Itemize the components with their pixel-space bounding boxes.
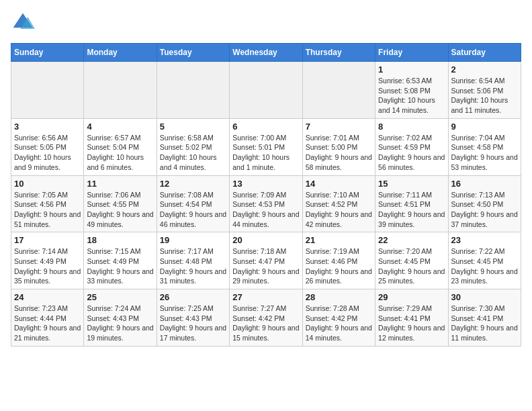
weekday-header-tuesday: Tuesday	[157, 44, 229, 62]
day-number: 6	[232, 122, 299, 132]
calendar-cell: 18Sunrise: 7:15 AM Sunset: 4:49 PM Dayli…	[84, 232, 157, 289]
day-info: Sunrise: 7:24 AM Sunset: 4:43 PM Dayligh…	[87, 304, 153, 343]
day-info: Sunrise: 6:56 AM Sunset: 5:05 PM Dayligh…	[14, 133, 81, 173]
calendar-cell: 1Sunrise: 6:53 AM Sunset: 5:08 PM Daylig…	[375, 62, 448, 119]
calendar-cell: 30Sunrise: 7:30 AM Sunset: 4:41 PM Dayli…	[448, 289, 521, 347]
day-number: 2	[451, 64, 518, 75]
calendar-cell: 2Sunrise: 6:54 AM Sunset: 5:06 PM Daylig…	[448, 62, 521, 119]
calendar-week-4: 17Sunrise: 7:14 AM Sunset: 4:49 PM Dayli…	[11, 232, 521, 289]
calendar-cell: 23Sunrise: 7:22 AM Sunset: 4:45 PM Dayli…	[448, 232, 521, 289]
day-info: Sunrise: 7:25 AM Sunset: 4:43 PM Dayligh…	[160, 304, 226, 343]
calendar-cell	[11, 62, 84, 119]
day-number: 3	[14, 122, 81, 132]
day-info: Sunrise: 6:57 AM Sunset: 5:04 PM Dayligh…	[87, 133, 153, 173]
weekday-header-saturday: Saturday	[448, 44, 521, 62]
weekday-header-monday: Monday	[84, 44, 157, 62]
day-number: 13	[232, 179, 299, 189]
day-info: Sunrise: 7:14 AM Sunset: 4:49 PM Dayligh…	[14, 246, 81, 286]
day-info: Sunrise: 7:23 AM Sunset: 4:44 PM Dayligh…	[14, 304, 81, 343]
calendar-cell: 4Sunrise: 6:57 AM Sunset: 5:04 PM Daylig…	[84, 118, 157, 175]
day-info: Sunrise: 7:01 AM Sunset: 5:00 PM Dayligh…	[306, 133, 372, 173]
day-info: Sunrise: 7:00 AM Sunset: 5:01 PM Dayligh…	[232, 133, 299, 173]
day-number: 14	[306, 179, 372, 189]
calendar-week-5: 24Sunrise: 7:23 AM Sunset: 4:44 PM Dayli…	[11, 289, 521, 347]
day-number: 19	[160, 235, 226, 245]
day-info: Sunrise: 7:04 AM Sunset: 4:58 PM Dayligh…	[451, 133, 518, 173]
day-info: Sunrise: 7:27 AM Sunset: 4:42 PM Dayligh…	[232, 304, 299, 343]
calendar-cell: 10Sunrise: 7:05 AM Sunset: 4:56 PM Dayli…	[11, 175, 84, 232]
calendar-cell: 16Sunrise: 7:13 AM Sunset: 4:50 PM Dayli…	[448, 175, 521, 232]
calendar-header: SundayMondayTuesdayWednesdayThursdayFrid…	[11, 44, 521, 62]
calendar-cell	[302, 62, 375, 119]
day-number: 9	[451, 122, 518, 132]
day-number: 10	[14, 179, 81, 189]
calendar-cell: 27Sunrise: 7:27 AM Sunset: 4:42 PM Dayli…	[230, 289, 302, 347]
calendar-cell: 11Sunrise: 7:06 AM Sunset: 4:55 PM Dayli…	[84, 175, 157, 232]
day-number: 26	[160, 292, 226, 302]
day-number: 4	[87, 122, 153, 132]
day-info: Sunrise: 7:17 AM Sunset: 4:48 PM Dayligh…	[160, 246, 226, 286]
day-info: Sunrise: 7:18 AM Sunset: 4:47 PM Dayligh…	[232, 246, 299, 286]
day-info: Sunrise: 7:13 AM Sunset: 4:50 PM Dayligh…	[451, 190, 518, 230]
day-number: 29	[378, 292, 445, 302]
header	[11, 11, 521, 35]
weekday-header-friday: Friday	[375, 44, 448, 62]
day-number: 18	[87, 235, 153, 245]
day-number: 5	[160, 122, 226, 132]
calendar-cell: 8Sunrise: 7:02 AM Sunset: 4:59 PM Daylig…	[375, 118, 448, 175]
day-number: 8	[378, 122, 445, 132]
day-number: 7	[306, 122, 372, 132]
day-number: 24	[14, 292, 81, 302]
day-info: Sunrise: 7:09 AM Sunset: 4:53 PM Dayligh…	[232, 190, 299, 230]
day-number: 12	[160, 179, 226, 189]
day-info: Sunrise: 7:30 AM Sunset: 4:41 PM Dayligh…	[451, 304, 518, 343]
day-info: Sunrise: 7:20 AM Sunset: 4:45 PM Dayligh…	[378, 246, 445, 286]
calendar-cell: 20Sunrise: 7:18 AM Sunset: 4:47 PM Dayli…	[230, 232, 302, 289]
day-info: Sunrise: 6:58 AM Sunset: 5:02 PM Dayligh…	[160, 133, 226, 173]
day-number: 1	[378, 64, 445, 75]
calendar-cell: 25Sunrise: 7:24 AM Sunset: 4:43 PM Dayli…	[84, 289, 157, 347]
calendar-cell: 29Sunrise: 7:29 AM Sunset: 4:41 PM Dayli…	[375, 289, 448, 347]
logo	[11, 11, 38, 35]
calendar-cell: 13Sunrise: 7:09 AM Sunset: 4:53 PM Dayli…	[230, 175, 302, 232]
calendar-table: SundayMondayTuesdayWednesdayThursdayFrid…	[11, 43, 521, 347]
day-info: Sunrise: 6:53 AM Sunset: 5:08 PM Dayligh…	[378, 76, 445, 116]
calendar-cell	[230, 62, 302, 119]
calendar-cell: 22Sunrise: 7:20 AM Sunset: 4:45 PM Dayli…	[375, 232, 448, 289]
day-number: 25	[87, 292, 153, 302]
day-info: Sunrise: 7:15 AM Sunset: 4:49 PM Dayligh…	[87, 246, 153, 286]
day-number: 15	[378, 179, 445, 189]
day-info: Sunrise: 7:19 AM Sunset: 4:46 PM Dayligh…	[306, 246, 372, 286]
calendar-week-2: 3Sunrise: 6:56 AM Sunset: 5:05 PM Daylig…	[11, 118, 521, 175]
calendar-cell: 14Sunrise: 7:10 AM Sunset: 4:52 PM Dayli…	[302, 175, 375, 232]
calendar-cell: 24Sunrise: 7:23 AM Sunset: 4:44 PM Dayli…	[11, 289, 84, 347]
day-info: Sunrise: 7:10 AM Sunset: 4:52 PM Dayligh…	[306, 190, 372, 230]
calendar-body: 1Sunrise: 6:53 AM Sunset: 5:08 PM Daylig…	[11, 62, 521, 347]
calendar-cell	[84, 62, 157, 119]
day-info: Sunrise: 7:22 AM Sunset: 4:45 PM Dayligh…	[451, 246, 518, 286]
day-number: 28	[306, 292, 372, 302]
calendar-cell: 3Sunrise: 6:56 AM Sunset: 5:05 PM Daylig…	[11, 118, 84, 175]
day-number: 23	[451, 235, 518, 245]
day-number: 16	[451, 179, 518, 189]
day-number: 21	[306, 235, 372, 245]
day-info: Sunrise: 7:02 AM Sunset: 4:59 PM Dayligh…	[378, 133, 445, 173]
calendar-cell: 26Sunrise: 7:25 AM Sunset: 4:43 PM Dayli…	[157, 289, 229, 347]
day-number: 11	[87, 179, 153, 189]
calendar-cell: 12Sunrise: 7:08 AM Sunset: 4:54 PM Dayli…	[157, 175, 229, 232]
calendar-cell: 9Sunrise: 7:04 AM Sunset: 4:58 PM Daylig…	[448, 118, 521, 175]
calendar-cell	[157, 62, 229, 119]
calendar-cell: 15Sunrise: 7:11 AM Sunset: 4:51 PM Dayli…	[375, 175, 448, 232]
day-number: 27	[232, 292, 299, 302]
calendar-cell: 28Sunrise: 7:28 AM Sunset: 4:42 PM Dayli…	[302, 289, 375, 347]
day-number: 17	[14, 235, 81, 245]
calendar-cell: 5Sunrise: 6:58 AM Sunset: 5:02 PM Daylig…	[157, 118, 229, 175]
day-info: Sunrise: 7:29 AM Sunset: 4:41 PM Dayligh…	[378, 304, 445, 343]
day-info: Sunrise: 7:11 AM Sunset: 4:51 PM Dayligh…	[378, 190, 445, 230]
calendar-week-1: 1Sunrise: 6:53 AM Sunset: 5:08 PM Daylig…	[11, 62, 521, 119]
logo-icon	[11, 11, 35, 35]
day-info: Sunrise: 7:05 AM Sunset: 4:56 PM Dayligh…	[14, 190, 81, 230]
calendar-cell: 6Sunrise: 7:00 AM Sunset: 5:01 PM Daylig…	[230, 118, 302, 175]
day-number: 22	[378, 235, 445, 245]
weekday-header-thursday: Thursday	[302, 44, 375, 62]
